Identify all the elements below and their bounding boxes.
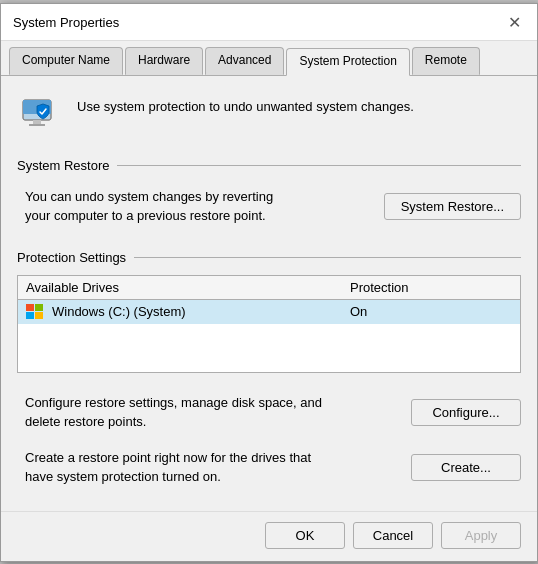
protection-settings-header: Protection Settings (17, 250, 521, 265)
drive-cell: Windows (C:) (System) (26, 304, 350, 320)
apply-button[interactable]: Apply (441, 522, 521, 549)
system-restore-row: You can undo system changes by reverting… (17, 183, 521, 234)
tab-remote[interactable]: Remote (412, 47, 480, 75)
configure-row: Configure restore settings, manage disk … (17, 389, 521, 436)
svg-rect-4 (29, 124, 45, 126)
window-title: System Properties (13, 15, 119, 30)
system-protection-icon (17, 92, 65, 140)
create-row: Create a restore point right now for the… (17, 444, 521, 491)
drive-protection: On (350, 304, 512, 319)
protection-settings-label: Protection Settings (17, 250, 126, 265)
close-button[interactable]: ✕ (503, 12, 525, 34)
table-empty-space (18, 324, 520, 372)
svg-rect-8 (35, 312, 43, 319)
info-row: Use system protection to undo unwanted s… (17, 92, 521, 140)
tab-computer-name[interactable]: Computer Name (9, 47, 123, 75)
svg-rect-3 (33, 120, 41, 124)
drive-name: Windows (C:) (System) (52, 304, 186, 319)
col-header-protection: Protection (350, 280, 512, 295)
create-button[interactable]: Create... (411, 454, 521, 481)
svg-rect-5 (26, 304, 34, 311)
svg-rect-6 (35, 304, 43, 311)
system-restore-section: System Restore You can undo system chang… (17, 158, 521, 234)
tab-bar: Computer Name Hardware Advanced System P… (1, 41, 537, 76)
drive-icon (26, 304, 46, 320)
section-divider-2 (134, 257, 521, 258)
tab-system-protection[interactable]: System Protection (286, 48, 409, 76)
ok-button[interactable]: OK (265, 522, 345, 549)
system-properties-dialog: System Properties ✕ Computer Name Hardwa… (0, 3, 538, 562)
system-restore-description: You can undo system changes by reverting… (25, 187, 372, 226)
section-divider (117, 165, 521, 166)
system-restore-label: System Restore (17, 158, 109, 173)
tab-hardware[interactable]: Hardware (125, 47, 203, 75)
cancel-button[interactable]: Cancel (353, 522, 433, 549)
svg-rect-7 (26, 312, 34, 319)
info-description: Use system protection to undo unwanted s… (77, 98, 414, 116)
table-header-row: Available Drives Protection (18, 276, 520, 300)
col-header-drive: Available Drives (26, 280, 350, 295)
tab-content: Use system protection to undo unwanted s… (1, 76, 537, 511)
system-restore-header: System Restore (17, 158, 521, 173)
protection-settings-section: Protection Settings Available Drives Pro… (17, 250, 521, 373)
dialog-footer: OK Cancel Apply (1, 511, 537, 561)
table-row[interactable]: Windows (C:) (System) On (18, 300, 520, 324)
drives-table: Available Drives Protection (17, 275, 521, 373)
configure-description: Configure restore settings, manage disk … (25, 393, 399, 432)
title-bar: System Properties ✕ (1, 4, 537, 41)
system-restore-button[interactable]: System Restore... (384, 193, 521, 220)
configure-button[interactable]: Configure... (411, 399, 521, 426)
create-description: Create a restore point right now for the… (25, 448, 399, 487)
tab-advanced[interactable]: Advanced (205, 47, 284, 75)
